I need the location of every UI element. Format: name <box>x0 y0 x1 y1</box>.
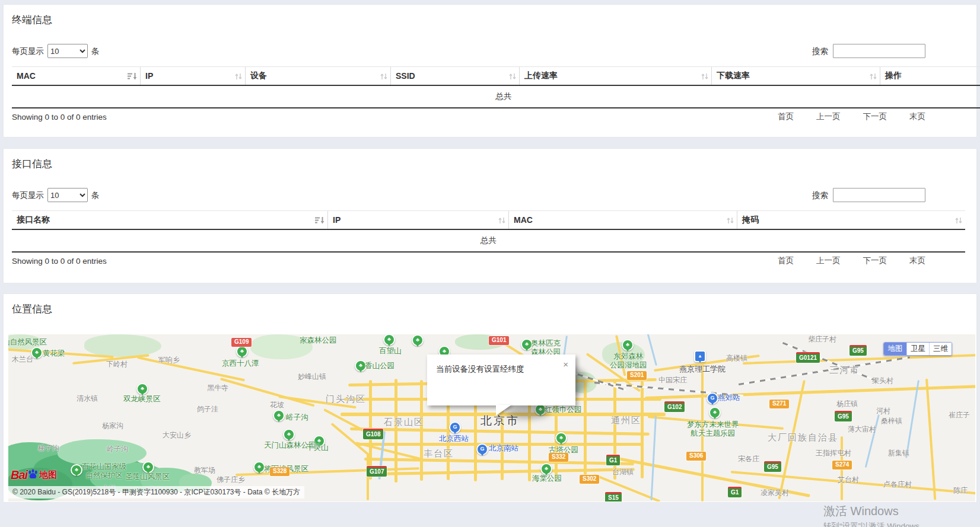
map-type-satellite-button[interactable]: 卫星 <box>906 343 929 355</box>
pagination-last[interactable]: 末页 <box>909 112 925 121</box>
scenic-pin-icon: ♣ <box>383 334 395 346</box>
column-header-下载速率[interactable]: 下载速率 <box>712 67 880 86</box>
windows-activation-watermark: 激活 Windows 转到“设置”以激活 Windows <box>823 503 919 527</box>
infowindow-text: 当前设备没有设置经纬度 <box>436 364 524 375</box>
interface-table: 接口名称IPMAC掩码 总共 <box>12 210 965 253</box>
scenic-pin-icon: ♣ <box>709 407 721 419</box>
road-shield: G95 <box>849 345 867 356</box>
baidu-map[interactable]: 山自然风景区黄花梁家森林公园百望山香山公园奥林匹克 森林公园东郊森林 公园湿地园… <box>8 334 975 502</box>
panel-title: 位置信息 <box>12 302 52 316</box>
watermark-line1: 激活 Windows <box>823 503 919 519</box>
column-header-操作[interactable]: 操作 <box>880 67 980 86</box>
column-header-掩码[interactable]: 掩码 <box>737 211 966 230</box>
road-shield: G102 <box>664 401 685 412</box>
map-label: 燕京理工学院 <box>679 365 726 373</box>
pagination-prev[interactable]: 上一页 <box>816 256 841 265</box>
pagination-next[interactable]: 下一页 <box>863 112 887 121</box>
sort-active-icon <box>315 216 324 226</box>
scenic-pin-icon: ♣ <box>236 346 248 357</box>
page-size-control: 每页显示10条 <box>12 44 100 58</box>
page-size-label-before: 每页显示 <box>12 47 44 56</box>
map-label: 崔庄子 <box>949 411 970 419</box>
sort-icon <box>235 72 242 82</box>
page-size-select[interactable]: 10 <box>47 44 88 58</box>
column-header-MAC[interactable]: MAC <box>509 211 737 230</box>
column-header-上传速率[interactable]: 上传速率 <box>520 67 712 86</box>
map-label: 三河市 <box>829 365 860 375</box>
sort-icon <box>727 216 734 226</box>
map-label: 鸽子洼 <box>197 405 218 413</box>
map-label: 凌家吴村 <box>761 488 789 497</box>
table-empty-row: 总共 <box>12 85 980 108</box>
road-shield: S302 <box>580 475 599 484</box>
column-header-IP[interactable]: IP <box>328 211 509 230</box>
search-input[interactable] <box>833 44 925 58</box>
pagination-first[interactable]: 首页 <box>778 256 794 265</box>
road-shield: G1 <box>606 455 620 465</box>
map-type-3d-button[interactable]: 三维 <box>929 343 952 355</box>
map-type-map-button[interactable]: 地图 <box>884 343 906 355</box>
map-label: 台湖镇 <box>612 468 634 476</box>
column-header-SSID[interactable]: SSID <box>391 67 520 86</box>
panel-title: 终端信息 <box>12 13 52 27</box>
map-label: 下岭村 <box>106 360 128 368</box>
map-label: 木兰台 <box>12 355 33 363</box>
sort-icon <box>870 72 877 82</box>
baidu-logo-map-word: 地图 <box>39 469 57 481</box>
column-header-接口名称[interactable]: 接口名称 <box>12 211 328 230</box>
metro-station-icon: G <box>476 443 488 455</box>
map-label: 通州区 <box>611 415 641 426</box>
road-shape <box>925 379 936 500</box>
table-info: Showing 0 to 0 of 0 entries <box>12 257 107 266</box>
map-label: 河村 <box>876 407 890 415</box>
table-footer: Showing 0 to 0 of 0 entries 首页上一页下一页末页 <box>12 111 925 122</box>
road-shape <box>394 379 397 483</box>
infowindow-close-button[interactable]: × <box>562 359 569 370</box>
map-label: 京西十八潭 <box>222 359 259 368</box>
page-size-select[interactable]: 10 <box>47 188 88 202</box>
blob-shape <box>505 407 550 419</box>
table-info: Showing 0 to 0 of 0 entries <box>12 113 107 122</box>
map-label: 杨家沟 <box>102 421 123 430</box>
metro-station-icon: G <box>449 421 461 433</box>
map-label: 石景山区 <box>384 417 424 427</box>
road-shield: S306 <box>686 452 706 461</box>
map-label: 黄花梁 <box>43 349 65 358</box>
map-label: 百望山 <box>379 347 402 356</box>
column-header-设备[interactable]: 设备 <box>246 67 391 86</box>
scenic-pin-icon: ♣ <box>273 410 285 421</box>
map-label: 黑牛寺 <box>207 384 228 392</box>
road-shield: S274 <box>832 461 852 469</box>
pagination-last[interactable]: 末页 <box>909 256 925 265</box>
pagination: 首页上一页下一页末页 <box>755 111 925 122</box>
map-label: 桑梓镇 <box>881 417 902 425</box>
pagination-prev[interactable]: 上一页 <box>816 112 841 121</box>
column-header-IP[interactable]: IP <box>141 67 246 86</box>
river-shape <box>905 380 919 458</box>
table-total-cell: 总共 <box>12 85 980 108</box>
map-label: 陈庄 <box>953 486 968 494</box>
page-size-label-after: 条 <box>91 191 100 200</box>
road-shield: G0121 <box>796 352 820 363</box>
baidu-logo: Bai 地图 <box>11 468 57 482</box>
watermark-line2: 转到“设置”以激活 Windows <box>823 521 919 527</box>
sort-icon <box>509 72 516 82</box>
map-label: 梯子沟 <box>38 444 59 452</box>
road-shield: S201 <box>627 371 647 380</box>
infowindow-tail <box>496 405 511 416</box>
sort-active-icon <box>128 72 137 82</box>
search-input[interactable] <box>833 188 925 202</box>
scenic-pin-icon: ♣ <box>412 334 424 346</box>
table-search: 搜索 <box>812 44 925 58</box>
column-header-MAC[interactable]: MAC <box>12 67 141 86</box>
pagination-first[interactable]: 首页 <box>778 112 794 121</box>
terminal-info-panel: 终端信息 每页显示10条 搜索 MACIP设备SSID上传速率下载速率操作 总共… <box>3 4 977 138</box>
map-label: 薄大宙村 <box>848 425 876 433</box>
map-label: 宋各庄 <box>738 455 759 463</box>
road-shape <box>364 458 634 465</box>
map-label: 花坡 <box>270 401 284 409</box>
pagination-next[interactable]: 下一页 <box>863 256 887 265</box>
map-label: 柴庄子村 <box>808 335 836 343</box>
road-shield: S332 <box>549 453 568 462</box>
map-label: 家森林公园 <box>300 336 337 345</box>
